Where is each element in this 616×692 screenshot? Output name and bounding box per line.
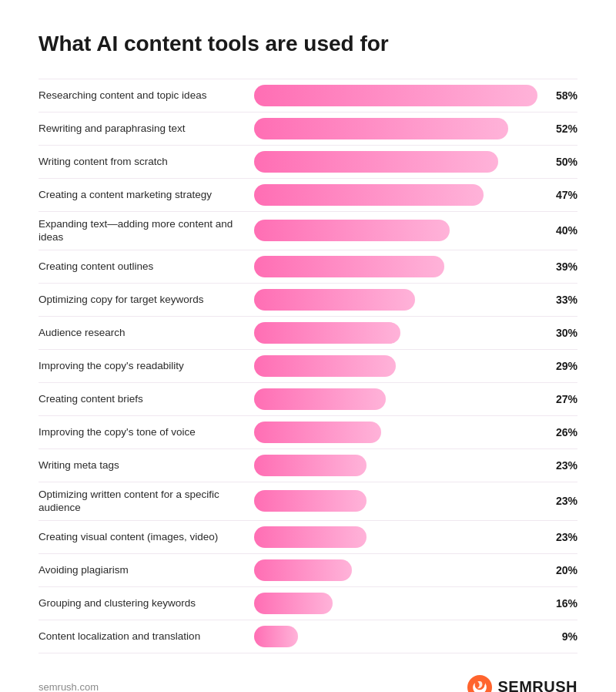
bar-label: Creating a content marketing strategy — [38, 188, 254, 202]
bar-percent-label: 40% — [545, 224, 578, 237]
bar-label: Researching content and topic ideas — [38, 89, 254, 102]
bar-label: Creating content outlines — [38, 260, 254, 274]
bar-row: Optimizing copy for target keywords33% — [38, 283, 578, 316]
bar-fill — [254, 355, 396, 377]
bar-percent-label: 23% — [545, 459, 578, 472]
chart-title: What AI content tools are used for — [38, 31, 578, 57]
bar-percent-label: 23% — [545, 495, 578, 507]
bar-label: Grouping and clustering keywords — [38, 596, 254, 610]
bar-percent-label: 23% — [545, 531, 578, 543]
bar-track — [254, 490, 537, 512]
bar-fill — [254, 256, 444, 277]
bar-fill — [254, 289, 415, 311]
bar-label: Optimizing written content for a specifi… — [38, 488, 254, 515]
bar-track — [254, 289, 537, 311]
brand-label: SEMRUSH — [497, 678, 578, 692]
chart-container: Researching content and topic ideas58%Re… — [38, 79, 578, 653]
bar-fill — [254, 184, 484, 206]
bar-track — [254, 422, 537, 443]
bar-row: Creating content briefs27% — [38, 382, 578, 415]
bar-fill — [254, 322, 400, 344]
bar-label: Rewriting and paraphrasing text — [38, 122, 254, 136]
bar-percent-label: 29% — [545, 360, 578, 372]
bar-fill — [254, 526, 367, 548]
semrush-icon — [467, 675, 492, 692]
bar-fill — [254, 151, 498, 173]
bar-label: Audience research — [38, 326, 254, 340]
bar-track — [254, 256, 537, 277]
bar-label: Expanding text—adding more content and i… — [38, 217, 254, 244]
bar-track — [254, 322, 537, 344]
bar-track — [254, 559, 537, 581]
bar-percent-label: 50% — [545, 156, 578, 168]
bar-row: Creating visual content (images, video)2… — [38, 520, 578, 553]
bar-fill — [254, 455, 367, 476]
bar-fill — [254, 422, 381, 443]
bar-fill — [254, 490, 367, 512]
bar-percent-label: 26% — [545, 426, 578, 438]
bar-percent-label: 30% — [545, 327, 578, 339]
bar-row: Expanding text—adding more content and i… — [38, 211, 578, 250]
bar-track — [254, 184, 537, 206]
bar-row: Improving the copy's tone of voice26% — [38, 415, 578, 448]
bar-percent-label: 39% — [545, 260, 578, 273]
bar-row: Researching content and topic ideas58% — [38, 79, 578, 112]
bar-row: Content localization and translation9% — [38, 620, 578, 653]
bar-fill — [254, 118, 508, 139]
bar-track — [254, 526, 537, 548]
bar-percent-label: 9% — [545, 630, 578, 643]
bar-row: Creating a content marketing strategy47% — [38, 178, 578, 211]
bar-fill — [254, 388, 386, 410]
bar-percent-label: 47% — [545, 189, 578, 201]
bar-row: Writing content from scratch50% — [38, 145, 578, 178]
bar-row: Audience research30% — [38, 316, 578, 349]
bar-label: Creating content briefs — [38, 392, 254, 406]
bar-track — [254, 220, 537, 241]
bar-row: Rewriting and paraphrasing text52% — [38, 112, 578, 145]
source-label: semrush.com — [38, 681, 99, 692]
bar-percent-label: 20% — [545, 564, 578, 576]
semrush-logo: SEMRUSH — [467, 675, 578, 692]
bar-percent-label: 58% — [545, 89, 578, 102]
bar-fill — [254, 559, 352, 581]
bar-fill — [254, 220, 450, 241]
bar-track — [254, 151, 537, 173]
bar-percent-label: 33% — [545, 294, 578, 306]
bar-label: Optimizing copy for target keywords — [38, 293, 254, 307]
bar-row: Avoiding plagiarism20% — [38, 553, 578, 586]
bar-fill — [254, 85, 537, 106]
bar-track — [254, 85, 537, 106]
bar-label: Writing meta tags — [38, 459, 254, 472]
bar-label: Improving the copy's tone of voice — [38, 425, 254, 439]
bar-track — [254, 118, 537, 139]
bar-label: Content localization and translation — [38, 630, 254, 643]
bar-label: Creating visual content (images, video) — [38, 530, 254, 544]
bar-track — [254, 355, 537, 377]
bar-row: Creating content outlines39% — [38, 250, 578, 283]
bar-fill — [254, 626, 298, 647]
bar-label: Avoiding plagiarism — [38, 563, 254, 577]
bar-track — [254, 593, 537, 614]
bar-row: Optimizing written content for a specifi… — [38, 482, 578, 520]
bar-percent-label: 16% — [545, 597, 578, 610]
bar-label: Writing content from scratch — [38, 155, 254, 169]
bar-track — [254, 388, 537, 410]
bar-row: Grouping and clustering keywords16% — [38, 586, 578, 620]
footer: semrush.com SEMRUSH — [38, 675, 578, 692]
bar-track — [254, 626, 537, 647]
bar-percent-label: 52% — [545, 123, 578, 135]
bar-track — [254, 455, 537, 476]
bar-row: Improving the copy's readability29% — [38, 349, 578, 382]
bar-row: Writing meta tags23% — [38, 448, 578, 482]
bar-fill — [254, 593, 333, 614]
bar-percent-label: 27% — [545, 393, 578, 405]
bar-label: Improving the copy's readability — [38, 359, 254, 373]
